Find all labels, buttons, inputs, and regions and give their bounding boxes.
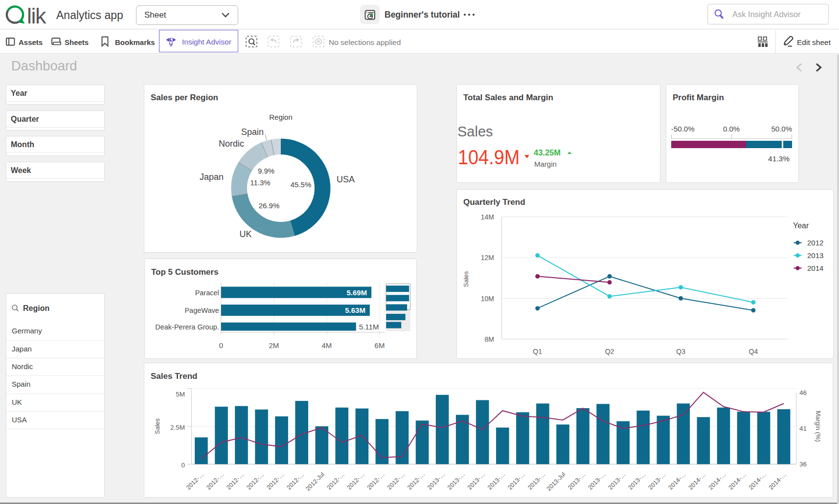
- svg-text:2012: 2012: [807, 239, 823, 247]
- svg-text:2014-…: 2014-…: [707, 471, 727, 491]
- svg-text:Q4: Q4: [749, 348, 758, 355]
- svg-text:Q2: Q2: [605, 348, 614, 355]
- svg-text:2013-…: 2013-…: [607, 471, 627, 491]
- svg-text:Japan: Japan: [200, 172, 224, 182]
- svg-text:36: 36: [799, 460, 807, 468]
- svg-text:5.11M: 5.11M: [359, 323, 379, 331]
- svg-text:UK: UK: [239, 229, 251, 239]
- svg-text:Region: Region: [269, 113, 293, 121]
- svg-text:2012-…: 2012-…: [185, 471, 205, 491]
- svg-text:2012-…: 2012-…: [265, 471, 285, 491]
- svg-text:2013-…: 2013-…: [486, 471, 506, 491]
- svg-text:Sales: Sales: [462, 271, 470, 287]
- svg-text:2014-…: 2014-…: [768, 471, 788, 491]
- svg-text:2013-…: 2013-…: [506, 471, 526, 491]
- svg-text:2014-…: 2014-…: [727, 471, 748, 491]
- svg-text:2013-…: 2013-…: [587, 471, 607, 491]
- svg-text:2012-…: 2012-…: [285, 471, 305, 491]
- svg-text:PageWave: PageWave: [184, 307, 219, 314]
- svg-text:Sales: Sales: [154, 418, 161, 434]
- svg-text:2013-…: 2013-…: [627, 471, 647, 491]
- svg-text:4M: 4M: [321, 341, 332, 350]
- svg-text:14M: 14M: [481, 213, 494, 221]
- svg-text:Q3: Q3: [676, 348, 685, 355]
- svg-text:45.5%: 45.5%: [291, 180, 312, 189]
- svg-text:2013-…: 2013-…: [466, 471, 486, 491]
- svg-text:2012-…: 2012-…: [225, 471, 245, 491]
- svg-text:10M: 10M: [481, 295, 494, 303]
- svg-text:Q1: Q1: [533, 348, 542, 355]
- svg-text:46: 46: [799, 389, 807, 396]
- svg-text:Margin (%): Margin (%): [815, 411, 822, 442]
- svg-text:2013-…: 2013-…: [426, 471, 446, 491]
- svg-text:12M: 12M: [481, 254, 494, 262]
- svg-text:0: 0: [181, 461, 185, 469]
- svg-text:Nordic: Nordic: [219, 139, 244, 149]
- svg-text:2014-…: 2014-…: [748, 471, 768, 491]
- svg-text:5.63M: 5.63M: [345, 306, 365, 314]
- svg-text:2012-…: 2012-…: [326, 471, 346, 491]
- svg-text:2013-…: 2013-…: [446, 471, 466, 491]
- svg-text:2014-…: 2014-…: [667, 471, 687, 491]
- svg-text:0: 0: [219, 341, 223, 350]
- svg-text:2012-…: 2012-…: [406, 471, 426, 491]
- svg-text:41: 41: [799, 425, 807, 432]
- svg-text:2.5M: 2.5M: [170, 424, 185, 431]
- svg-text:5M: 5M: [176, 391, 185, 398]
- svg-text:Paracel: Paracel: [195, 289, 219, 297]
- svg-text:lik: lik: [27, 3, 46, 28]
- svg-text:2014-…: 2014-…: [687, 471, 707, 491]
- svg-text:2M: 2M: [269, 341, 279, 350]
- svg-text:2012-…: 2012-…: [366, 471, 386, 491]
- svg-text:Spain: Spain: [241, 127, 264, 137]
- svg-text:11.3%: 11.3%: [250, 178, 270, 187]
- svg-text:8M: 8M: [485, 335, 494, 343]
- svg-text:USA: USA: [337, 175, 355, 184]
- svg-text:2013-…: 2013-…: [567, 471, 587, 491]
- svg-text:2012-…: 2012-…: [386, 471, 406, 491]
- svg-text:2014: 2014: [807, 264, 823, 272]
- svg-text:5.69M: 5.69M: [346, 288, 367, 297]
- svg-text:2013: 2013: [807, 251, 823, 260]
- svg-text:2012-Jul: 2012-Jul: [304, 471, 326, 492]
- svg-text:2013-…: 2013-…: [526, 471, 546, 491]
- svg-text:2012-…: 2012-…: [346, 471, 366, 491]
- svg-text:Year: Year: [793, 221, 809, 230]
- svg-text:26.9%: 26.9%: [259, 201, 280, 210]
- svg-text:2013-Jul: 2013-Jul: [545, 471, 567, 492]
- svg-text:6M: 6M: [375, 341, 385, 350]
- svg-text:Deak-Perera Group.: Deak-Perera Group.: [155, 323, 219, 331]
- svg-text:2012-…: 2012-…: [205, 471, 225, 491]
- svg-text:2012-…: 2012-…: [245, 471, 265, 491]
- svg-text:9.9%: 9.9%: [258, 167, 274, 175]
- svg-text:2013-…: 2013-…: [647, 471, 667, 491]
